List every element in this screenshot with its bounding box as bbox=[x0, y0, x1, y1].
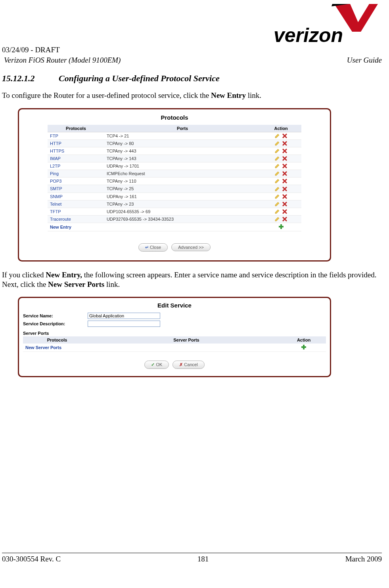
edit-icon[interactable] bbox=[274, 216, 280, 221]
edit-icon[interactable] bbox=[274, 209, 280, 214]
protocol-link[interactable]: TFTP bbox=[50, 209, 61, 214]
protocol-link[interactable]: FTP bbox=[50, 134, 58, 138]
service-name-label: Service Name: bbox=[23, 313, 86, 318]
table-row: PingICMPEcho Request bbox=[48, 170, 301, 178]
footer-center: 181 bbox=[197, 555, 209, 563]
protocol-link[interactable]: SMTP bbox=[50, 186, 62, 191]
service-desc-label: Service Description: bbox=[23, 321, 86, 326]
edit-icon[interactable] bbox=[274, 186, 280, 191]
protocol-link[interactable]: Traceroute bbox=[50, 217, 71, 221]
table-row: SMTPTCPAny -> 25 bbox=[48, 185, 301, 193]
delete-icon[interactable] bbox=[282, 148, 288, 153]
table-row: SNMPUDPAny -> 161 bbox=[48, 193, 301, 200]
edit-icon[interactable] bbox=[274, 201, 280, 206]
server-ports-table: Protocols Server Ports Action New Server… bbox=[23, 336, 326, 352]
ports-cell: TCPAny -> 80 bbox=[104, 139, 261, 147]
section-title: Configuring a User-defined Protocol Serv… bbox=[59, 73, 220, 83]
protocols-table: Protocols Ports Action FTPTCP4 -> 21 HTT… bbox=[48, 125, 301, 231]
ports-cell: TCPAny -> 143 bbox=[104, 155, 261, 162]
protocol-link[interactable]: Telnet bbox=[50, 202, 61, 206]
col-header-ports: Ports bbox=[104, 125, 261, 132]
delete-icon[interactable] bbox=[282, 216, 288, 221]
srv-col-header-ports: Server Ports bbox=[91, 336, 282, 344]
ports-cell: TCPAny -> 23 bbox=[104, 200, 261, 208]
ports-cell: TCPAny -> 25 bbox=[104, 185, 261, 193]
delete-icon[interactable] bbox=[282, 194, 288, 199]
ports-cell: TCPAny -> 110 bbox=[104, 178, 261, 185]
ports-cell: ICMPEcho Request bbox=[104, 170, 261, 178]
edit-icon[interactable] bbox=[274, 156, 280, 160]
footer-left: 030-300554 Rev. C bbox=[2, 555, 61, 563]
protocol-link[interactable]: HTTP bbox=[50, 141, 61, 146]
draft-date: 03/24/09 - DRAFT bbox=[2, 46, 382, 54]
srv-col-header-protocols: Protocols bbox=[23, 336, 91, 344]
server-ports-heading: Server Ports bbox=[23, 331, 326, 336]
logo-text: verizon bbox=[274, 24, 343, 46]
section-heading: 15.12.1.2 Configuring a User-defined Pro… bbox=[2, 73, 382, 84]
ok-button[interactable]: ✓OK bbox=[144, 361, 169, 369]
ports-cell: UDP32769-65535 -> 33434-33523 bbox=[104, 215, 261, 223]
protocols-panel-title: Protocols bbox=[21, 114, 328, 121]
srv-col-header-action: Action bbox=[282, 336, 326, 344]
delete-icon[interactable] bbox=[282, 133, 288, 138]
cancel-button[interactable]: ✗Cancel bbox=[172, 361, 204, 369]
add-icon[interactable] bbox=[278, 225, 284, 230]
delete-icon[interactable] bbox=[282, 141, 288, 145]
intro-paragraph-2: If you clicked New Entry, the following … bbox=[2, 270, 382, 289]
section-number: 15.12.1.2 bbox=[2, 73, 35, 84]
protocols-panel: Protocols Protocols Ports Action FTPTCP4… bbox=[18, 108, 331, 262]
edit-icon[interactable] bbox=[274, 194, 280, 199]
table-row: TracerouteUDP32769-65535 -> 33434-33523 bbox=[48, 215, 301, 223]
protocol-link[interactable]: POP3 bbox=[50, 179, 61, 183]
doc-type: User Guide bbox=[347, 56, 382, 65]
edit-service-panel: Edit Service Service Name: Service Descr… bbox=[18, 297, 331, 377]
svg-rect-27 bbox=[301, 346, 306, 348]
service-desc-input[interactable] bbox=[88, 321, 160, 327]
table-row: HTTPSTCPAny -> 443 bbox=[48, 147, 301, 155]
edit-icon[interactable] bbox=[274, 141, 280, 145]
new-server-ports-link[interactable]: New Server Ports bbox=[25, 345, 61, 350]
new-entry-row: New Entry bbox=[48, 223, 301, 231]
edit-icon[interactable] bbox=[274, 148, 280, 153]
new-entry-link[interactable]: New Entry bbox=[50, 225, 71, 229]
protocol-link[interactable]: IMAP bbox=[50, 156, 61, 161]
edit-icon[interactable] bbox=[274, 163, 280, 168]
col-header-action: Action bbox=[261, 125, 301, 132]
ports-cell: UDP1024-65535 -> 69 bbox=[104, 208, 261, 215]
protocol-link[interactable]: HTTPS bbox=[50, 149, 64, 153]
ports-cell: UDPAny -> 1701 bbox=[104, 162, 261, 170]
svg-rect-25 bbox=[279, 226, 284, 227]
table-row: FTPTCP4 -> 21 bbox=[48, 132, 301, 139]
ports-cell: TCPAny -> 443 bbox=[104, 147, 261, 155]
table-row: IMAPTCPAny -> 143 bbox=[48, 155, 301, 162]
col-header-protocols: Protocols bbox=[48, 125, 104, 132]
page-footer: 030-300554 Rev. C 181 March 2009 bbox=[2, 553, 382, 563]
ports-cell: TCP4 -> 21 bbox=[104, 132, 261, 139]
add-icon[interactable] bbox=[301, 346, 307, 351]
edit-icon[interactable] bbox=[274, 133, 280, 138]
delete-icon[interactable] bbox=[282, 209, 288, 214]
edit-icon[interactable] bbox=[274, 171, 280, 176]
table-row: TelnetTCPAny -> 23 bbox=[48, 200, 301, 208]
new-server-ports-row: New Server Ports bbox=[23, 344, 326, 352]
advanced-button[interactable]: Advanced >> bbox=[171, 243, 211, 251]
delete-icon[interactable] bbox=[282, 201, 288, 206]
table-row: TFTPUDP1024-65535 -> 69 bbox=[48, 208, 301, 215]
delete-icon[interactable] bbox=[282, 171, 288, 176]
intro-paragraph-1: To configure the Router for a user-defin… bbox=[2, 91, 382, 100]
edit-service-title: Edit Service bbox=[23, 302, 326, 309]
protocol-link[interactable]: SNMP bbox=[50, 194, 63, 199]
delete-icon[interactable] bbox=[282, 163, 288, 168]
edit-icon[interactable] bbox=[274, 178, 280, 183]
service-name-input[interactable] bbox=[88, 313, 160, 319]
delete-icon[interactable] bbox=[282, 178, 288, 183]
delete-icon[interactable] bbox=[282, 156, 288, 160]
delete-icon[interactable] bbox=[282, 186, 288, 191]
ports-cell: UDPAny -> 161 bbox=[104, 193, 261, 200]
product-name: Verizon FiOS Router (Model 9100EM) bbox=[4, 56, 121, 65]
close-button[interactable]: ↵Close bbox=[138, 243, 168, 252]
protocol-link[interactable]: L2TP bbox=[50, 164, 60, 168]
table-row: HTTPTCPAny -> 80 bbox=[48, 139, 301, 147]
protocol-link[interactable]: Ping bbox=[50, 171, 59, 176]
footer-right: March 2009 bbox=[345, 555, 382, 563]
